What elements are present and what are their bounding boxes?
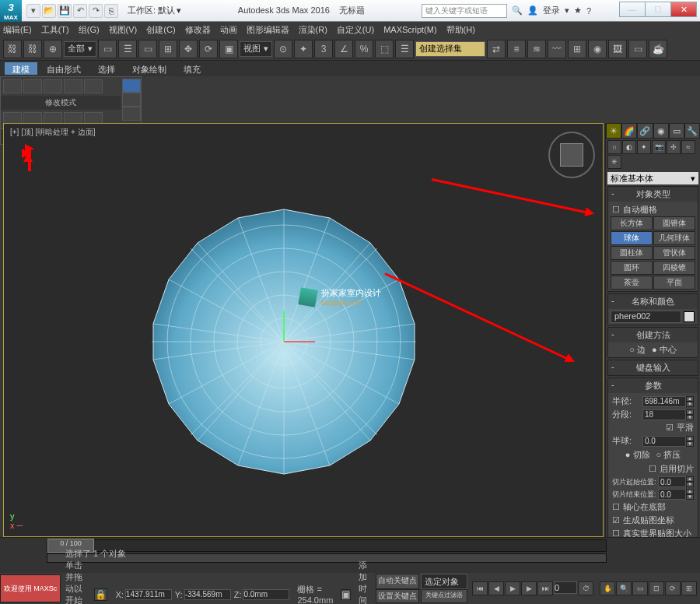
named-sel-icon[interactable]: ☰ bbox=[395, 40, 414, 58]
checkbox-icon[interactable]: ☐ bbox=[612, 528, 620, 537]
spin-up-icon[interactable]: ▲ bbox=[686, 396, 694, 402]
menu-render[interactable]: 渲染(R) bbox=[299, 24, 327, 36]
rollout-head[interactable]: 参数 bbox=[608, 378, 698, 393]
select-icon[interactable]: ▭ bbox=[98, 40, 117, 58]
manip-icon[interactable]: ✦ bbox=[294, 40, 313, 58]
minimize-button[interactable]: — bbox=[619, 2, 646, 17]
mod-side-a[interactable] bbox=[122, 93, 141, 107]
render-setup-icon[interactable]: 🖼 bbox=[608, 40, 627, 58]
shapes-icon[interactable]: ◐ bbox=[622, 140, 636, 154]
ribbon-tab-freeform[interactable]: 自由形式 bbox=[39, 62, 89, 75]
percent-snap-icon[interactable]: % bbox=[355, 40, 373, 58]
menu-customize[interactable]: 自定义(U) bbox=[337, 24, 374, 36]
unlink-icon[interactable]: ⛓ bbox=[23, 40, 42, 58]
segments-input[interactable] bbox=[642, 409, 686, 420]
subobj-vertex-icon[interactable] bbox=[3, 79, 22, 93]
time-tag-label[interactable]: 添加时间标记 bbox=[359, 560, 369, 605]
viewport[interactable]: [+] [顶] [明暗处理 + 边面] 扮家家室内设计 banjiajia.co… bbox=[3, 123, 604, 537]
maximize-button[interactable]: ☐ bbox=[645, 2, 671, 17]
subobj-edge-icon[interactable] bbox=[23, 79, 42, 93]
qat-redo-icon[interactable]: ↷ bbox=[89, 4, 103, 18]
slicefrom-input[interactable] bbox=[658, 476, 686, 487]
category-dropdown[interactable]: 标准基本体▾ bbox=[607, 172, 698, 184]
rotate-icon[interactable]: ⟳ bbox=[199, 40, 218, 58]
render-frame-icon[interactable]: ▭ bbox=[628, 40, 647, 58]
checkbox-icon[interactable]: ☐ bbox=[649, 464, 656, 474]
zoom-icon[interactable]: 🔍 bbox=[616, 581, 632, 595]
ribbon-tab-populate[interactable]: 填充 bbox=[176, 62, 208, 75]
btn-tube[interactable]: 管状体 bbox=[653, 246, 695, 260]
qat-undo-icon[interactable]: ↶ bbox=[73, 4, 87, 18]
menu-view[interactable]: 视图(V) bbox=[109, 24, 138, 36]
display-tab-icon[interactable]: ▭ bbox=[669, 123, 684, 139]
radio-squash[interactable]: ○ 挤压 bbox=[656, 449, 681, 461]
scale-icon[interactable]: ▣ bbox=[219, 40, 238, 58]
fov-icon[interactable]: ▭ bbox=[632, 581, 648, 595]
hemi-input[interactable] bbox=[642, 436, 686, 447]
signin-icon[interactable]: 👤 bbox=[527, 5, 538, 16]
coord-y-input[interactable] bbox=[184, 589, 231, 600]
material-icon[interactable]: ◉ bbox=[588, 40, 607, 58]
close-button[interactable]: ✕ bbox=[670, 2, 697, 17]
cameras-icon[interactable]: 📷 bbox=[652, 140, 666, 154]
btn-sphere[interactable]: 球体 bbox=[611, 231, 653, 245]
motion-tab-icon[interactable]: ◉ bbox=[653, 123, 669, 139]
help-icon[interactable]: ? bbox=[586, 6, 591, 16]
subobj-poly-icon[interactable] bbox=[64, 79, 82, 93]
geometry-icon[interactable]: ○ bbox=[607, 140, 621, 154]
schematic-icon[interactable]: ⊞ bbox=[568, 40, 586, 58]
btn-plane[interactable]: 平面 bbox=[653, 276, 695, 290]
menu-tools[interactable]: 工具(T) bbox=[41, 24, 69, 36]
signin-label[interactable]: 登录 bbox=[543, 5, 560, 16]
btn-torus[interactable]: 圆环 bbox=[611, 261, 653, 275]
viewcube[interactable] bbox=[548, 132, 595, 178]
radio-edge[interactable]: ○ 边 bbox=[629, 344, 646, 356]
ref-coord-dropdown[interactable]: 视图▾ bbox=[240, 41, 272, 57]
qat-open-icon[interactable]: 📂 bbox=[42, 4, 56, 18]
subobj-border-icon[interactable] bbox=[44, 79, 62, 93]
help-search-input[interactable]: 键入关键字或短语 bbox=[422, 4, 507, 18]
menu-graph[interactable]: 图形编辑器 bbox=[247, 24, 289, 36]
mirror-icon[interactable]: ⇄ bbox=[487, 40, 506, 58]
rollout-head[interactable]: 名称和颜色 bbox=[608, 294, 698, 309]
radio-center[interactable]: ● 中心 bbox=[652, 344, 677, 356]
pan-icon[interactable]: ✋ bbox=[600, 581, 615, 595]
welcome-panel[interactable]: 欢迎使用 MAXSc bbox=[0, 574, 61, 602]
checkbox-icon[interactable]: ☐ bbox=[612, 502, 620, 512]
lights-icon[interactable]: ✦ bbox=[637, 140, 651, 154]
rollout-head[interactable]: 对象类型 bbox=[608, 187, 698, 202]
checkbox-icon[interactable]: ☐ bbox=[612, 205, 620, 215]
spin-down-icon[interactable]: ▼ bbox=[686, 415, 694, 420]
angle-snap-icon[interactable]: ∠ bbox=[334, 40, 353, 58]
keymode-dropdown[interactable]: 选定对象 bbox=[421, 574, 467, 589]
radius-input[interactable] bbox=[642, 396, 686, 407]
qat-link-icon[interactable]: ⎘ bbox=[104, 4, 118, 18]
spin-down-icon[interactable]: ▼ bbox=[686, 482, 694, 487]
lock-icon[interactable]: 🔒 bbox=[94, 588, 107, 601]
goto-start-icon[interactable]: ⏮ bbox=[472, 581, 488, 595]
maximize-vp-icon[interactable]: ⊞ bbox=[681, 581, 697, 595]
spin-up-icon[interactable]: ▲ bbox=[686, 489, 694, 494]
isolate-icon[interactable]: ▣ bbox=[341, 589, 351, 600]
pivot-icon[interactable]: ⊙ bbox=[274, 40, 292, 58]
radio-chop[interactable]: ● 切除 bbox=[625, 449, 650, 461]
spin-up-icon[interactable]: ▲ bbox=[686, 409, 694, 415]
goto-end-icon[interactable]: ⏭ bbox=[537, 581, 553, 595]
spinner-snap-icon[interactable]: ⬚ bbox=[375, 40, 394, 58]
play-icon[interactable]: ▶ bbox=[505, 581, 520, 595]
ribbon-tab-selection[interactable]: 选择 bbox=[90, 62, 123, 75]
ribbon-tab-modeling[interactable]: 建模 bbox=[5, 62, 37, 75]
qat-new-icon[interactable]: ▾ bbox=[26, 4, 40, 18]
render-icon[interactable]: ☕ bbox=[649, 40, 667, 58]
coord-z-input[interactable] bbox=[243, 589, 289, 600]
snap-icon[interactable]: 3 bbox=[314, 40, 333, 58]
autokey-button[interactable]: 自动关键点 bbox=[376, 574, 419, 589]
spacewarps-icon[interactable]: ≈ bbox=[681, 140, 695, 154]
btn-cone[interactable]: 圆锥体 bbox=[653, 216, 695, 230]
helpers-icon[interactable]: ✢ bbox=[667, 140, 681, 154]
spin-down-icon[interactable]: ▼ bbox=[686, 441, 694, 447]
checkbox-icon[interactable]: ☑ bbox=[666, 423, 674, 433]
named-selection-input[interactable]: 创建选择集 bbox=[415, 41, 485, 57]
checkbox-icon[interactable]: ☑ bbox=[612, 515, 620, 525]
color-swatch[interactable] bbox=[684, 311, 695, 322]
